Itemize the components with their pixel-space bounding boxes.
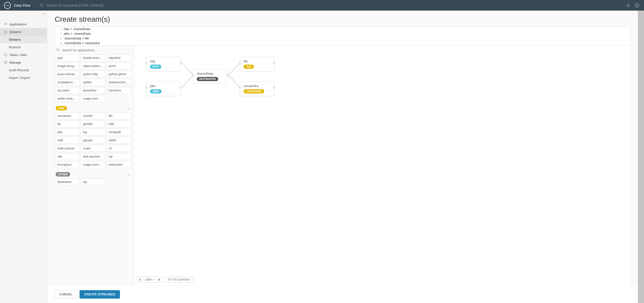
palette-app[interactable]: cassandra bbox=[55, 112, 80, 119]
node-handle-right[interactable] bbox=[273, 87, 275, 89]
sidebar-item-applications[interactable]: Applications bbox=[0, 21, 47, 28]
palette-app[interactable]: task-launcher-d… bbox=[81, 153, 105, 160]
palette-app[interactable]: s3 bbox=[106, 145, 131, 152]
node-handle-right[interactable] bbox=[180, 62, 182, 64]
cancel-button[interactable]: CANCEL bbox=[55, 290, 77, 298]
node-handle-left[interactable] bbox=[145, 87, 148, 89]
zoom-level[interactable]: 100% ▾ bbox=[143, 278, 156, 281]
palette-app[interactable]: pmml bbox=[106, 63, 131, 70]
palette-app[interactable]: router bbox=[81, 145, 105, 152]
palette-app[interactable]: mqtt bbox=[55, 137, 80, 144]
palette-app[interactable]: rabbit bbox=[106, 137, 131, 144]
palette-app[interactable]: websocket bbox=[106, 161, 131, 168]
palette-app[interactable]: destination bbox=[55, 178, 80, 185]
palette-app[interactable]: python-jython bbox=[106, 71, 131, 78]
line-content: :sharedData > file bbox=[64, 36, 630, 41]
palette-app[interactable]: splitter bbox=[81, 79, 105, 86]
palette-app[interactable]: throughput bbox=[55, 161, 80, 168]
zoom-in-button[interactable]: ⊕ bbox=[156, 277, 162, 282]
palette-app[interactable]: tcp-client bbox=[55, 87, 80, 94]
node-handle-left[interactable] bbox=[239, 87, 241, 89]
palette-app[interactable]: hdfs bbox=[106, 121, 131, 127]
canvas-edge[interactable] bbox=[229, 75, 240, 88]
palette-app[interactable]: usage-cost-proc… bbox=[81, 95, 105, 102]
palette-app[interactable]: grpc bbox=[55, 55, 80, 61]
collapse-sidebar-button[interactable]: « bbox=[43, 12, 44, 16]
canvas-edge[interactable] bbox=[229, 63, 240, 75]
palette-app[interactable]: object-detection bbox=[81, 63, 105, 70]
palette-app[interactable]: counter bbox=[81, 112, 105, 119]
palette-app[interactable]: httpclient bbox=[106, 55, 131, 61]
palette-category-header[interactable]: OTHER⌄ bbox=[55, 170, 131, 178]
palette-search[interactable] bbox=[55, 46, 134, 55]
palette-app[interactable]: twitter-sentiment bbox=[55, 95, 80, 102]
palette-app[interactable]: gemfire bbox=[81, 121, 105, 127]
canvas-node[interactable]: jdbcJDBC bbox=[146, 81, 181, 96]
sidebar-subitem-audit[interactable]: Audit Records bbox=[0, 66, 47, 74]
content: Create stream(s) 1http > :sharedData2jdb… bbox=[47, 11, 644, 303]
palette-app[interactable]: transform bbox=[106, 87, 131, 94]
code-line[interactable]: 3:sharedData > file bbox=[55, 36, 630, 41]
palette-app[interactable]: python-http bbox=[81, 71, 105, 78]
info-button[interactable] bbox=[634, 3, 640, 9]
palette-app[interactable]: jdbc bbox=[55, 129, 80, 136]
palette-app[interactable]: header-enricher bbox=[81, 55, 105, 61]
sidebar-item-streams[interactable]: Streams ⌄ bbox=[0, 28, 47, 36]
palette-app[interactable]: ftp bbox=[55, 121, 80, 127]
palette-app[interactable]: tensorflow bbox=[81, 87, 105, 94]
palette-app[interactable]: scriptable-transf… bbox=[55, 79, 80, 86]
code-line[interactable]: 2jdbc > :sharedData bbox=[55, 31, 630, 36]
node-type-pill: CASSANDRA bbox=[244, 89, 264, 93]
logo: Data Flow bbox=[4, 2, 30, 9]
palette-app[interactable]: pose-estimation bbox=[55, 71, 80, 78]
canvas-node[interactable]: fileFILE bbox=[240, 57, 274, 72]
settings-button[interactable] bbox=[625, 3, 631, 9]
palette-app[interactable]: usage-cost-logg… bbox=[81, 161, 105, 168]
palette-app[interactable]: image-recogniti… bbox=[55, 63, 80, 70]
search-icon bbox=[56, 48, 60, 52]
canvas-node[interactable]: cassandraCASSANDRA bbox=[240, 81, 274, 96]
canvas-edge[interactable] bbox=[182, 63, 193, 75]
palette-category-header[interactable]: SINK⌄ bbox=[55, 104, 131, 112]
node-handle-left[interactable] bbox=[145, 62, 148, 64]
palette-app[interactable]: pgcopy bbox=[81, 137, 105, 144]
line-content: jdbc > :sharedData bbox=[64, 31, 630, 36]
palette-app[interactable]: file bbox=[106, 112, 131, 119]
flo-canvas[interactable]: ⊖ 100% ▾ ⊕ FIT TO CONTENT httpHTTPjdbcJD… bbox=[134, 46, 630, 285]
dsl-editor[interactable]: 1http > :sharedData2jdbc > :sharedData3:… bbox=[55, 26, 630, 46]
sidebar-label: Streams bbox=[9, 30, 21, 34]
palette-app[interactable]: sftp bbox=[55, 153, 80, 160]
node-handle-right[interactable] bbox=[180, 87, 182, 89]
node-type-pill: HTTP bbox=[150, 65, 161, 69]
node-handle-right[interactable] bbox=[226, 74, 228, 76]
global-search[interactable] bbox=[40, 3, 625, 8]
canvas-edge[interactable] bbox=[182, 75, 193, 88]
sidebar-item-tasks[interactable]: Tasks / Jobs › bbox=[0, 51, 47, 59]
sidebar-subitem-runtime[interactable]: Runtime bbox=[0, 43, 47, 51]
canvas-node[interactable]: httpHTTP bbox=[146, 57, 181, 72]
create-stream-button[interactable]: CREATE STREAM(S) bbox=[80, 290, 120, 298]
palette-app[interactable]: tap bbox=[81, 178, 105, 185]
palette-search-input[interactable] bbox=[62, 48, 132, 52]
sidebar-subitem-streams[interactable]: Streams bbox=[0, 36, 47, 43]
sidebar-subitem-import-export[interactable]: Import / Export bbox=[0, 74, 47, 82]
fit-to-content-button[interactable]: FIT TO CONTENT bbox=[165, 277, 193, 282]
palette-app[interactable]: redis-pubsub bbox=[55, 145, 80, 152]
palette-app[interactable]: log bbox=[81, 129, 105, 136]
palette-app[interactable]: tasklaunchreque… bbox=[106, 79, 131, 86]
palette-app[interactable]: tcp bbox=[106, 153, 131, 160]
sidebar-item-manage[interactable]: Manage ⌄ bbox=[0, 59, 47, 66]
node-handle-right[interactable] bbox=[273, 62, 275, 64]
node-handle-left[interactable] bbox=[239, 62, 241, 64]
node-handle-left[interactable] bbox=[192, 74, 194, 76]
palette-app-grid: destinationtap bbox=[55, 178, 131, 187]
app-name: Data Flow bbox=[14, 3, 30, 8]
palette-app[interactable]: mongodb bbox=[106, 129, 131, 136]
sidebar: « Applications Streams ⌄ Streams Runtime… bbox=[0, 11, 47, 303]
code-line[interactable]: 4:sharedData > cassandra bbox=[55, 41, 630, 45]
svg-point-0 bbox=[40, 4, 43, 7]
canvas-node[interactable]: sharedDataDESTINATION bbox=[193, 69, 228, 84]
code-line[interactable]: 1http > :sharedData bbox=[55, 27, 630, 31]
zoom-out-button[interactable]: ⊖ bbox=[137, 277, 143, 282]
global-search-input[interactable] bbox=[46, 4, 145, 8]
